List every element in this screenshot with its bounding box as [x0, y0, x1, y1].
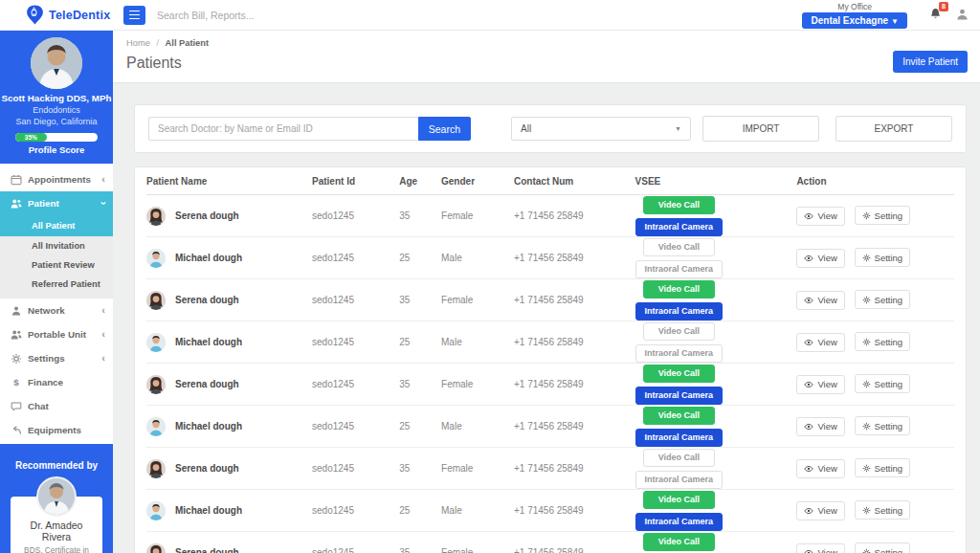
sidebar-subitem-referred-patient[interactable]: Referred Patient: [0, 275, 113, 294]
office-selector-dropdown[interactable]: Dental Exchagne▼: [802, 12, 907, 29]
filter-dropdown[interactable]: All ▼: [511, 117, 691, 141]
doctor-search-input[interactable]: [148, 117, 418, 141]
gear-icon: [862, 380, 871, 388]
gear-icon: [862, 422, 871, 431]
sidebar-item-chat[interactable]: Chat: [0, 394, 113, 418]
table-header-row: Patient Name Patient Id Age Gender Conta…: [146, 167, 954, 195]
sidebar-item-portable-unit[interactable]: Portable Unit ‹: [0, 322, 113, 346]
intraoral-camera-button[interactable]: Intraoral Camera: [635, 302, 724, 321]
gear-icon: [862, 338, 871, 346]
breadcrumb-current: All Patient: [166, 38, 209, 48]
sidebar-item-patient[interactable]: Patient ‹: [0, 191, 113, 215]
sidebar-item-settings[interactable]: Settings ‹: [0, 346, 113, 370]
eye-icon: [804, 549, 813, 553]
profile-name: Scott Hacking DDS, MPh: [0, 93, 113, 103]
brand-logo: TeleDentix: [0, 5, 113, 25]
invite-patient-button[interactable]: Invite Patient: [893, 51, 968, 73]
eye-icon: [804, 507, 813, 515]
patient-id: sedo1245: [312, 547, 399, 553]
table-row: Michael dough sedo1245 25 Male +1 71456 …: [146, 490, 954, 532]
recommended-doctor-card[interactable]: Dr. Amadeo Rivera BDS, Certificate in De…: [11, 497, 102, 553]
patient-id: sedo1245: [312, 379, 399, 389]
sidebar-item-equipments[interactable]: Equipments: [0, 418, 113, 442]
intraoral-camera-button[interactable]: Intraoral Camera: [635, 344, 724, 363]
video-call-button[interactable]: Video Call: [643, 280, 715, 299]
patient-avatar: [146, 249, 166, 268]
setting-button[interactable]: Setting: [855, 416, 911, 435]
sidebar-item-network[interactable]: Network ‹: [0, 299, 113, 322]
patient-name: Michael dough: [175, 421, 242, 431]
view-button[interactable]: View: [796, 291, 844, 310]
intraoral-camera-button[interactable]: Intraoral Camera: [635, 471, 724, 489]
patient-name: Michael dough: [175, 253, 242, 263]
view-button[interactable]: View: [796, 375, 844, 394]
intraoral-camera-button[interactable]: Intraoral Camera: [635, 513, 724, 531]
setting-button[interactable]: Setting: [855, 500, 911, 520]
patient-id: sedo1245: [312, 463, 399, 474]
import-button[interactable]: IMPORT: [702, 116, 819, 142]
sidebar: Scott Hacking DDS, MPh Endodontics San D…: [0, 31, 113, 553]
recommended-title: Recommended by: [15, 444, 98, 471]
notifications-button[interactable]: 8: [928, 7, 943, 24]
view-button[interactable]: View: [796, 249, 844, 268]
gear-icon: [862, 211, 871, 220]
sidebar-subitem-all-invitation[interactable]: All Invitation: [0, 236, 113, 255]
table-row: Serena dough sedo1245 35 Female +1 71456…: [146, 195, 954, 237]
patient-avatar: [146, 375, 166, 394]
patient-age: 35: [399, 547, 441, 553]
patient-gender: Male: [441, 421, 514, 431]
patient-gender: Male: [441, 505, 514, 516]
intraoral-camera-button[interactable]: Intraoral Camera: [635, 429, 724, 447]
video-call-button[interactable]: Video Call: [643, 491, 715, 509]
users-icon: [11, 198, 22, 210]
sidebar-item-finance[interactable]: $ Finance: [0, 370, 113, 394]
view-button[interactable]: View: [796, 543, 844, 553]
setting-button[interactable]: Setting: [855, 458, 911, 477]
topbar: TeleDentix My Office Dental Exchagne▼ 8: [0, 0, 980, 31]
video-call-button[interactable]: Video Call: [643, 449, 715, 467]
intraoral-camera-button[interactable]: Intraoral Camera: [635, 260, 724, 278]
patient-gender: Female: [441, 547, 514, 553]
setting-button[interactable]: Setting: [855, 542, 911, 553]
sidebar-subitem-all-patient[interactable]: All Patient: [0, 215, 113, 236]
view-button[interactable]: View: [796, 333, 844, 352]
chat-icon: [11, 401, 22, 412]
export-button[interactable]: EXPORT: [835, 116, 952, 142]
col-age: Age: [399, 176, 441, 187]
view-button[interactable]: View: [796, 459, 844, 478]
patient-age: 25: [399, 421, 441, 431]
view-button[interactable]: View: [796, 207, 844, 226]
setting-button[interactable]: Setting: [855, 290, 911, 309]
user-menu-button[interactable]: [956, 8, 969, 23]
chevron-down-icon: ▼: [675, 125, 681, 132]
setting-button[interactable]: Setting: [855, 374, 911, 393]
view-button[interactable]: View: [796, 501, 844, 520]
setting-button[interactable]: Setting: [855, 206, 911, 225]
patient-name: Serena dough: [175, 463, 239, 474]
chevron-left-icon: ‹: [101, 174, 105, 185]
video-call-button[interactable]: Video Call: [643, 238, 715, 256]
hamburger-menu-button[interactable]: [123, 6, 145, 25]
sidebar-subitem-patient-review[interactable]: Patient Review: [0, 255, 113, 275]
video-call-button[interactable]: Video Call: [643, 322, 715, 341]
search-button[interactable]: Search: [418, 117, 471, 141]
video-call-button[interactable]: Video Call: [643, 533, 715, 551]
my-office-label: My Office: [837, 2, 872, 11]
global-search-input[interactable]: [157, 10, 444, 21]
setting-button[interactable]: Setting: [855, 248, 911, 267]
main-area: Home / All Patient Patients Invite Patie…: [113, 31, 980, 553]
intraoral-camera-button[interactable]: Intraoral Camera: [635, 218, 724, 236]
sidebar-item-appointments[interactable]: Appointments ‹: [0, 167, 113, 191]
view-button[interactable]: View: [796, 417, 844, 436]
intraoral-camera-button[interactable]: Intraoral Camera: [635, 387, 724, 405]
patient-avatar: [146, 417, 166, 436]
person-icon: [11, 305, 22, 317]
setting-button[interactable]: Setting: [855, 332, 911, 351]
video-call-button[interactable]: Video Call: [643, 365, 715, 383]
profile-score-value: 35%: [15, 133, 47, 142]
video-call-button[interactable]: Video Call: [643, 196, 715, 214]
video-call-button[interactable]: Video Call: [643, 407, 715, 425]
profile-avatar[interactable]: [31, 37, 82, 89]
profile-score-label: Profile Score: [0, 144, 113, 155]
breadcrumb-home[interactable]: Home: [126, 38, 150, 48]
